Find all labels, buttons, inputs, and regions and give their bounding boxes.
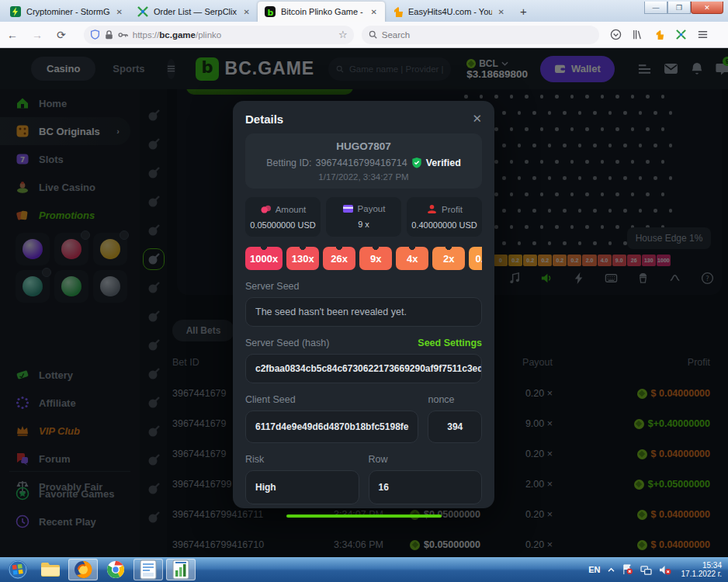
multiplier-chips: 1000x130x26x9x4x2x0.2x0.2x0.2x0: [245, 247, 482, 270]
tab-close-icon[interactable]: ✕: [115, 8, 124, 16]
easyhits-favicon: [391, 5, 404, 18]
client-seed-label: Client Seed: [245, 394, 296, 405]
clock-date: 17.1.2022 г.: [681, 570, 722, 578]
modal-close-icon[interactable]: ✕: [472, 112, 482, 126]
action-center-icon[interactable]: [622, 564, 633, 575]
network-icon[interactable]: [640, 565, 652, 575]
volume-muted-icon[interactable]: [659, 565, 671, 575]
browser-tab[interactable]: Order List — SerpClix ClickSense✕: [130, 2, 258, 22]
bet-username: HUGO7807: [253, 140, 474, 152]
payout-icon: [342, 204, 354, 213]
row-label: Row: [369, 454, 388, 465]
client-seed-input[interactable]: 6117d4e9e49d6d4870b18bfc5198fe: [245, 411, 418, 443]
server-seed-input[interactable]: The seed hasn't been revealed yet.: [245, 297, 482, 327]
serpclix-favicon: [137, 5, 149, 18]
browser-tab[interactable]: EasyHits4U.com - Your Traffic E✕: [385, 2, 512, 22]
explorer-icon[interactable]: [36, 559, 65, 580]
row-input[interactable]: 16: [369, 470, 483, 504]
stat-value: 0.05000000 USD: [250, 220, 316, 230]
svg-text:b: b: [268, 8, 274, 18]
stat-card-profit: Profit0.40000000 USD: [407, 197, 482, 237]
writer-icon[interactable]: [133, 559, 163, 580]
tab-title: Order List — SerpClix ClickSense: [154, 7, 237, 16]
tab-close-icon[interactable]: ✕: [369, 8, 379, 16]
tab-title: Bitcoin Plinko Game - Play Plin: [281, 7, 365, 16]
multiplier-chip: 4x: [396, 247, 428, 270]
tray-expand-icon[interactable]: [608, 567, 615, 573]
tab-strip: Cryptominer - StormGain✕Order List — Ser…: [0, 0, 636, 22]
reload-button[interactable]: ⟳: [50, 29, 73, 41]
screen: Cryptominer - StormGain✕Order List — Ser…: [0, 0, 728, 582]
new-tab-button[interactable]: +: [512, 5, 535, 18]
browser-search[interactable]: Search: [362, 26, 599, 44]
search-icon: [369, 30, 377, 39]
serpclix-x-icon[interactable]: [675, 29, 687, 40]
profit-icon: [426, 204, 438, 214]
forward-button[interactable]: →: [25, 29, 50, 41]
browser-tab[interactable]: bBitcoin Plinko Game - Play Plin✕: [258, 2, 385, 22]
multiplier-chip: 0.2x: [469, 247, 482, 270]
tracking-shield-icon[interactable]: [90, 29, 100, 40]
multiplier-chip: 2x: [432, 247, 465, 270]
library-icon[interactable]: [632, 29, 643, 40]
easyhits-hand-icon[interactable]: [653, 29, 665, 40]
tab-close-icon[interactable]: ✕: [242, 8, 251, 16]
site-viewport: Casino Sports BC.GAME Game name | Provid…: [0, 48, 728, 557]
browser-titlebar: Cryptominer - StormGain✕Order List — Ser…: [0, 0, 728, 22]
stat-value: 0.40000000 USD: [411, 220, 477, 230]
stat-label: Amount: [276, 205, 307, 214]
multiplier-chip: 1000x: [245, 247, 283, 270]
url-bar[interactable]: https://bc.game/plinko ☆: [84, 26, 354, 44]
start-button[interactable]: [3, 559, 33, 580]
browser-toolbar: ← → ⟳ https://bc.game/plinko ☆ Search: [0, 22, 728, 48]
verified-shield-icon: [411, 157, 422, 168]
back-button[interactable]: ←: [0, 29, 25, 41]
server-seed-hash-label: Server Seed (hash): [245, 338, 329, 348]
taskbar-clock[interactable]: 15:34 17.1.2022 г.: [678, 561, 722, 578]
taskbar: EN 15:34 17.1.2022 г.: [0, 557, 728, 582]
betting-id-value: 39674416799416714: [316, 158, 407, 168]
pocket-icon[interactable]: [610, 29, 622, 40]
calc-icon[interactable]: [166, 559, 196, 580]
stat-value: 9 x: [331, 220, 397, 229]
tab-title: Cryptominer - StormGain: [26, 7, 110, 16]
clock-time: 15:34: [681, 561, 722, 570]
nonce-label: nonce: [428, 394, 454, 405]
multiplier-chip: 130x: [286, 247, 319, 270]
language-indicator[interactable]: EN: [588, 565, 600, 574]
bet-info-card: HUGO7807 Betting ID: 39674416799416714 V…: [245, 133, 482, 189]
toolbar-icons: [610, 29, 709, 40]
stat-card-amount: Amount0.05000000 USD: [245, 197, 321, 237]
browser-tab[interactable]: Cryptominer - StormGain✕: [3, 2, 130, 22]
nonce-input[interactable]: 394: [428, 411, 482, 443]
tab-close-icon[interactable]: ✕: [497, 8, 506, 16]
firefox-icon[interactable]: [68, 559, 98, 580]
menu-icon[interactable]: [697, 29, 709, 40]
chrome-icon[interactable]: [101, 559, 130, 580]
url-text[interactable]: https://bc.game/plinko: [133, 30, 334, 40]
multiplier-chip: 26x: [323, 247, 355, 270]
verify-button-edge: [286, 514, 442, 518]
details-modal: Details ✕ HUGO7807 Betting ID: 396744167…: [233, 101, 494, 508]
minimize-button[interactable]: —: [644, 2, 667, 14]
stormgain-favicon: [9, 5, 22, 18]
stat-label: Profit: [442, 205, 463, 214]
permissions-key-icon[interactable]: [118, 31, 128, 39]
taskbar-apps: [0, 559, 196, 580]
close-button[interactable]: ✕: [691, 2, 723, 14]
multiplier-chip: 9x: [359, 247, 392, 270]
system-tray: EN 15:34 17.1.2022 г.: [588, 561, 728, 578]
tab-title: EasyHits4U.com - Your Traffic E: [408, 7, 492, 16]
bookmark-star-icon[interactable]: ☆: [338, 29, 348, 40]
server-seed-hash-input[interactable]: c2fbaa0834cb5c84c6730622173669290af9f751…: [245, 354, 482, 383]
stat-label: Payout: [358, 204, 386, 213]
seed-settings-link[interactable]: Seed Settings: [418, 338, 482, 348]
bet-stats: Amount0.05000000 USDPayout9 xProfit0.400…: [245, 197, 482, 237]
risk-label: Risk: [245, 454, 264, 465]
risk-input[interactable]: High: [245, 470, 359, 504]
maximize-button[interactable]: ❐: [667, 2, 691, 14]
window-controls: — ❐ ✕: [644, 2, 723, 14]
lock-icon[interactable]: [105, 30, 113, 40]
server-seed-label: Server Seed: [245, 281, 299, 292]
bet-date: 1/17/2022, 3:34:27 PM: [253, 172, 474, 182]
